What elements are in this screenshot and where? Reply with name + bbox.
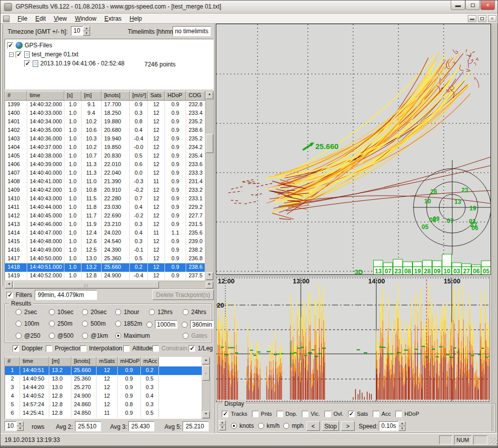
mdi-close-button[interactable]: × xyxy=(488,15,496,22)
track-map[interactable]: 25.6602823101319080907032705063D13072308… xyxy=(216,24,491,275)
filters-field[interactable]: 99min, 44.079km xyxy=(35,290,97,300)
doppler-checkbox[interactable]: Doppler xyxy=(13,345,43,352)
tree-checkbox[interactable] xyxy=(16,51,22,58)
column-header-hdop[interactable]: HDoP xyxy=(165,91,186,101)
tree-item-session[interactable]: 2013.10.19 04:41:06 - 02:52:48 xyxy=(24,59,124,67)
dop-checkbox[interactable]: Dop. xyxy=(277,409,297,418)
250-radio[interactable]: @250 xyxy=(16,332,40,339)
timezone-spinner[interactable]: 10 ▲▼ xyxy=(71,26,90,36)
avg5-field[interactable]: 25.210 xyxy=(183,421,209,431)
column-header-cog[interactable]: COG xyxy=(186,91,205,101)
tree-item-file[interactable]: − test_merge 01.txt xyxy=(9,50,78,58)
table-row[interactable]: 141514:40:48.0001.012.624.5400.3120.9239… xyxy=(5,238,205,246)
stop-button[interactable]: Stop xyxy=(322,421,339,431)
vic-checkbox[interactable]: Vic. xyxy=(302,409,320,418)
table-row[interactable]: 139914:40:32.0001.09.117.7000.9120.9232.… xyxy=(5,101,205,109)
track-table-hscrollbar[interactable]: ◄ ||| ► xyxy=(5,281,214,289)
ovl-checkbox[interactable]: Ovl. xyxy=(324,409,344,418)
table-row[interactable]: 140814:40:41.0001.011.021.390-0.3110.923… xyxy=(5,178,205,186)
sats-checkbox[interactable]: Sats xyxy=(348,409,368,418)
table-row[interactable]: 141314:40:46.0001.011.923.2100.3120.9231… xyxy=(5,220,205,229)
menu-window[interactable]: Window xyxy=(71,14,101,23)
table-row[interactable]: 114:40:5113.225.660120.90.2 xyxy=(5,366,202,375)
column-header-msats[interactable]: mSats xyxy=(97,357,118,366)
table-row[interactable]: 141614:40:49.0001.012.524.390-0.1120.923… xyxy=(5,246,205,255)
right-scroll-strip[interactable] xyxy=(491,24,498,432)
table-row[interactable]: 140514:40:38.0001.010.720.8300.5120.9235… xyxy=(5,152,205,161)
mdi-restore-button[interactable] xyxy=(478,15,486,22)
column-header-m[interactable]: [m] xyxy=(81,91,102,101)
mph-radio[interactable]: mph xyxy=(283,422,303,429)
table-row[interactable]: 141714:40:50.0001.013.025.3600.5120.9236… xyxy=(5,255,205,263)
table-row[interactable]: 314:44:2013.025.270120.90.3 xyxy=(5,384,202,392)
tracks-checkbox[interactable]: Tracks xyxy=(222,409,247,418)
500-radio[interactable]: @500 xyxy=(49,332,73,339)
table-row[interactable]: 140014:40:33.0001.09.418.2500.3120.9233.… xyxy=(5,109,205,118)
table-row[interactable]: 214:40:5013.025.360120.90.5 xyxy=(5,375,202,384)
24hrs-radio[interactable]: 24hrs xyxy=(183,309,206,316)
maximize-button[interactable] xyxy=(465,1,480,10)
column-header-time[interactable]: time xyxy=(20,357,49,366)
table-row[interactable]: 140214:40:35.0001.010.620.6800.4120.9238… xyxy=(5,126,205,135)
menu-edit[interactable]: Edit xyxy=(31,14,50,23)
document-icon[interactable] xyxy=(3,16,10,22)
column-header-[interactable]: # xyxy=(5,357,20,366)
column-header-s[interactable]: [s] xyxy=(64,91,81,101)
column-header-m[interactable]: [m] xyxy=(49,357,71,366)
tree-item-gpsfiles[interactable]: GPS-Files xyxy=(7,41,52,49)
column-header-mhdop[interactable]: mHDoP xyxy=(118,357,141,366)
panel-splitter[interactable] xyxy=(214,24,215,433)
20sec-radio[interactable]: 20sec xyxy=(82,309,107,316)
12hrs-radio[interactable]: 12hrs xyxy=(149,309,173,316)
menu-file[interactable]: File xyxy=(14,14,31,23)
table-row[interactable]: 140914:40:42.0001.010.820.910-0.2120.923… xyxy=(5,186,205,195)
360min-radio[interactable]: 360min xyxy=(182,320,214,329)
tree-checkbox[interactable] xyxy=(7,42,14,49)
column-header-[interactable]: # xyxy=(5,91,27,101)
speed-chart[interactable]: 12:0013:0014:0015:0020 xyxy=(216,276,490,402)
tree-checkbox[interactable] xyxy=(24,60,31,67)
menu-help[interactable]: Help xyxy=(126,14,146,23)
table-row[interactable]: 414:40:5212.824.900120.90.4 xyxy=(5,392,202,401)
menu-view[interactable]: View xyxy=(50,14,71,23)
table-row[interactable]: 141414:40:47.0001.012.424.0200.4111.1235… xyxy=(5,229,205,238)
rows-spinner[interactable]: 10 ▲▼ xyxy=(5,421,24,431)
menu-extras[interactable]: Extras xyxy=(101,14,126,23)
avg3-field[interactable]: 25.430 xyxy=(128,421,154,431)
table-row[interactable]: 614:25:4112.824.850110.90.5 xyxy=(5,409,202,418)
1-leg-checkbox[interactable]: 1/Leg xyxy=(189,345,213,352)
mdi-minimize-button[interactable]: ▬ xyxy=(468,15,476,22)
table-row[interactable]: 140314:40:36.0001.010.319.940-0.4120.923… xyxy=(5,135,205,143)
pnts-checkbox[interactable]: Pnts xyxy=(252,409,272,418)
projection-checkbox[interactable]: Projection xyxy=(46,345,81,352)
interpolation-checkbox[interactable]: Interpolation xyxy=(80,345,122,352)
track-table-vscrollbar[interactable]: ▲ ▼ xyxy=(205,91,214,280)
prev-button[interactable]: < xyxy=(306,421,320,431)
column-header-knots[interactable]: [knots] xyxy=(71,357,97,366)
100m-radio[interactable]: 100m xyxy=(16,320,39,327)
1hour-radio[interactable]: 1hour xyxy=(115,309,139,316)
1000m-radio[interactable]: 1000m xyxy=(146,320,178,329)
column-header-macc[interactable]: mAcc xyxy=(141,357,159,366)
collapse-icon[interactable]: − xyxy=(9,52,14,57)
altitude-checkbox[interactable]: Altitude xyxy=(123,345,152,352)
column-header-knots[interactable]: [knots] xyxy=(102,91,130,101)
500m-radio[interactable]: 500m xyxy=(82,320,106,327)
1km-radio[interactable]: @1km xyxy=(82,332,108,339)
2sec-radio[interactable]: 2sec xyxy=(16,309,37,316)
table-row[interactable]: 140614:40:39.0001.011.322.0100.6120.9233… xyxy=(5,161,205,169)
column-header-time[interactable]: time xyxy=(27,91,64,101)
table-row[interactable]: 514:57:2412.824.860120.80.3 xyxy=(5,401,202,409)
km-h-radio[interactable]: km/h xyxy=(258,422,280,429)
table-row[interactable]: 140114:40:34.0001.010.219.8800.8120.9235… xyxy=(5,118,205,126)
table-row[interactable]: 140714:40:40.0001.011.322.0400.0120.9233… xyxy=(5,169,205,178)
resize-grip[interactable] xyxy=(491,438,497,444)
next-button[interactable]: > xyxy=(341,421,355,431)
minimize-button[interactable]: ▬ xyxy=(451,1,465,10)
acc-checkbox[interactable]: Acc xyxy=(373,409,391,418)
250m-radio[interactable]: 250m xyxy=(49,320,72,327)
10sec-radio[interactable]: 10sec xyxy=(49,309,73,316)
timelimits-field[interactable]: no timelimits xyxy=(173,26,211,36)
table-row[interactable]: 141214:40:45.0001.011.722.690-0.2120.922… xyxy=(5,212,205,220)
table-row[interactable]: 140414:40:37.0001.010.219.850-0.0120.923… xyxy=(5,143,205,152)
